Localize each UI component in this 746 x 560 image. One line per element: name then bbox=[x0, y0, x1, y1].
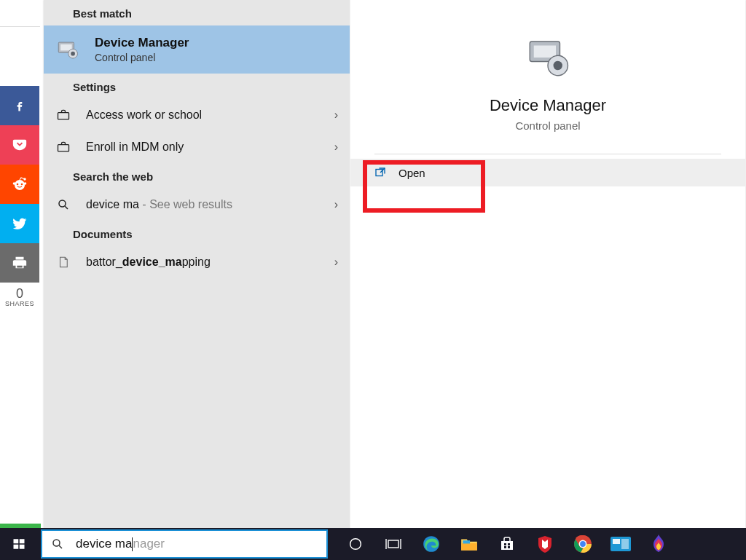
device-manager-icon bbox=[54, 36, 82, 63]
svg-rect-21 bbox=[14, 545, 19, 549]
svg-rect-19 bbox=[14, 539, 19, 543]
facebook-share-button[interactable] bbox=[0, 86, 39, 125]
svg-rect-20 bbox=[20, 539, 25, 543]
device-manager-large-icon bbox=[524, 33, 572, 82]
briefcase-icon bbox=[55, 139, 71, 155]
results-column: Best match Device Manager Control panel … bbox=[44, 0, 350, 528]
chrome-icon bbox=[573, 535, 592, 553]
search-icon bbox=[55, 197, 71, 213]
svg-point-1 bbox=[17, 184, 19, 186]
taskbar-tray bbox=[344, 528, 670, 560]
svg-point-12 bbox=[59, 200, 66, 207]
edge-icon bbox=[422, 535, 441, 553]
chrome-button[interactable] bbox=[571, 532, 594, 556]
pocket-share-button[interactable] bbox=[0, 125, 39, 165]
settings-item-enroll-mdm[interactable]: Enroll in MDM only › bbox=[44, 131, 350, 163]
open-action-label: Open bbox=[398, 167, 425, 179]
section-documents: Documents bbox=[44, 221, 350, 246]
svg-rect-41 bbox=[621, 539, 629, 549]
best-match-title: Device Manager bbox=[95, 36, 189, 50]
start-search-panel: Best match Device Manager Control panel … bbox=[44, 0, 745, 528]
detail-column: Device Manager Control panel Open bbox=[350, 0, 745, 528]
chevron-right-icon: › bbox=[334, 141, 338, 154]
microsoft-store-button[interactable] bbox=[495, 532, 519, 556]
settings-item-access-work-school[interactable]: Access work or school › bbox=[44, 99, 350, 131]
section-web: Search the web bbox=[44, 163, 350, 189]
pocket-icon bbox=[12, 137, 28, 153]
svg-rect-10 bbox=[58, 113, 69, 119]
taskbar-search[interactable]: device manager bbox=[41, 529, 328, 559]
facebook-icon bbox=[12, 98, 27, 113]
svg-point-25 bbox=[350, 539, 361, 550]
svg-rect-34 bbox=[504, 546, 506, 548]
svg-rect-30 bbox=[461, 543, 477, 551]
chevron-right-icon: › bbox=[334, 256, 338, 269]
detail-header: Device Manager Control panel bbox=[350, 0, 745, 154]
best-match-subtitle: Control panel bbox=[95, 52, 189, 63]
web-search-item[interactable]: device ma - See web results › bbox=[44, 189, 350, 221]
print-share-button[interactable] bbox=[0, 243, 39, 283]
svg-point-17 bbox=[554, 61, 562, 70]
chevron-right-icon: › bbox=[334, 198, 338, 211]
svg-point-2 bbox=[21, 184, 23, 186]
open-icon bbox=[374, 166, 387, 179]
settings-item-label: Access work or school bbox=[86, 109, 334, 122]
cortana-button[interactable] bbox=[344, 532, 367, 556]
svg-rect-40 bbox=[613, 539, 620, 544]
share-sidebar: 0 SHARES bbox=[0, 86, 39, 315]
mcafee-button[interactable] bbox=[533, 532, 557, 556]
print-icon bbox=[12, 255, 28, 271]
task-view-button[interactable] bbox=[382, 532, 405, 556]
svg-rect-31 bbox=[463, 540, 470, 543]
search-icon bbox=[42, 537, 73, 551]
svg-point-5 bbox=[24, 182, 27, 185]
section-best-match: Best match bbox=[44, 0, 350, 25]
share-count-number: 0 bbox=[0, 287, 39, 300]
flame-icon bbox=[651, 535, 667, 553]
share-count-label: SHARES bbox=[0, 300, 39, 307]
paint-button[interactable] bbox=[647, 532, 670, 556]
settings-item-label: Enroll in MDM only bbox=[86, 141, 334, 154]
svg-point-23 bbox=[53, 540, 60, 546]
search-input[interactable] bbox=[73, 537, 326, 551]
twitter-share-button[interactable] bbox=[0, 204, 39, 243]
store-icon bbox=[498, 535, 516, 553]
svg-point-9 bbox=[71, 52, 75, 56]
task-view-icon bbox=[385, 537, 402, 551]
document-icon bbox=[55, 254, 71, 270]
app-button[interactable] bbox=[609, 532, 632, 556]
svg-point-0 bbox=[15, 180, 25, 190]
document-label: battor_device_mapping bbox=[86, 256, 334, 269]
briefcase-icon bbox=[55, 107, 71, 123]
chevron-right-icon: › bbox=[334, 109, 338, 122]
app-icon bbox=[610, 537, 631, 551]
edge-button[interactable] bbox=[420, 532, 443, 556]
reddit-icon bbox=[11, 176, 28, 193]
taskbar: device manager bbox=[0, 528, 746, 560]
svg-rect-32 bbox=[504, 543, 506, 545]
document-item[interactable]: battor_device_mapping › bbox=[44, 246, 350, 278]
cortana-icon bbox=[348, 536, 364, 552]
svg-line-24 bbox=[59, 545, 62, 548]
best-match-item[interactable]: Device Manager Control panel bbox=[44, 25, 350, 74]
svg-rect-26 bbox=[388, 540, 398, 548]
section-settings: Settings bbox=[44, 74, 350, 99]
twitter-icon bbox=[12, 216, 28, 232]
web-search-label: device ma - See web results bbox=[86, 198, 334, 211]
svg-rect-35 bbox=[508, 546, 510, 548]
detail-title: Device Manager bbox=[490, 96, 606, 115]
mcafee-icon bbox=[536, 535, 554, 553]
file-explorer-button[interactable] bbox=[458, 532, 481, 556]
folder-icon bbox=[460, 536, 479, 552]
svg-point-4 bbox=[13, 182, 16, 185]
svg-rect-15 bbox=[534, 46, 556, 58]
svg-point-38 bbox=[580, 541, 586, 547]
svg-rect-18 bbox=[376, 170, 382, 176]
svg-line-13 bbox=[65, 206, 68, 209]
svg-rect-33 bbox=[508, 543, 510, 545]
svg-rect-11 bbox=[58, 145, 69, 151]
open-action[interactable]: Open bbox=[350, 159, 745, 186]
reddit-share-button[interactable] bbox=[0, 165, 39, 204]
start-button[interactable] bbox=[0, 528, 38, 560]
page-divider bbox=[0, 26, 40, 27]
